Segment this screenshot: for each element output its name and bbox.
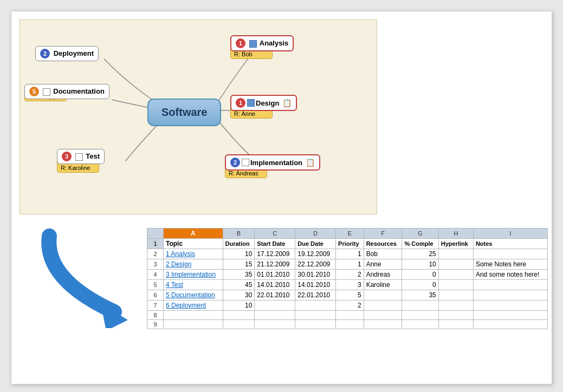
- table-row: 6 5 Documentation 30 22.01.2010 22.01.20…: [147, 290, 548, 300]
- cell-hyperlink-header: Hyperlink: [438, 239, 473, 249]
- task-icon-analysis: [249, 40, 257, 48]
- node-documentation-label: Documentation: [53, 87, 105, 95]
- cell-notes-3: Some Notes here: [473, 259, 547, 270]
- badge-test: 3: [62, 152, 72, 161]
- node-documentation[interactable]: 5 Documentation: [24, 84, 109, 99]
- col-header-corner: [147, 228, 164, 239]
- cell-resources-3: Anne: [364, 259, 402, 270]
- arrow-container: [28, 225, 147, 328]
- cell-d-8: [295, 311, 336, 320]
- node-software[interactable]: Software: [147, 99, 221, 126]
- cell-duration-header: Duration: [223, 239, 255, 249]
- cell-startdate-6: 22.01.2010: [255, 290, 295, 300]
- cell-c-8: [255, 311, 295, 320]
- table-row: 2 1 Analysis 10 17.12.2009 19.12.2009 1 …: [147, 249, 548, 259]
- cell-duedate-6: 22.01.2010: [295, 290, 336, 300]
- node-implementation-wrapper: 2 Implementation 📋 01.01 : 30.0135 hour(…: [225, 154, 267, 178]
- cell-notes-header: Notes: [473, 239, 547, 249]
- node-software-label: Software: [161, 106, 207, 118]
- cell-duration-5: 45: [223, 280, 255, 290]
- cell-startdate-7: [255, 300, 295, 311]
- node-design[interactable]: 1 Design 📋: [230, 95, 297, 111]
- node-deployment[interactable]: 2 Deployment: [35, 46, 99, 61]
- node-deployment-label: Deployment: [54, 49, 94, 57]
- node-test[interactable]: 3 Test: [57, 149, 105, 164]
- cell-duration-6: 30: [223, 290, 255, 300]
- cell-pct-5: 0: [402, 280, 438, 290]
- cell-hyperlink-4: [438, 270, 473, 280]
- cell-duedate-7: [295, 300, 336, 311]
- cell-startdate-3: 21.12.2009: [255, 259, 295, 270]
- node-test-label: Test: [86, 152, 100, 160]
- col-header-g: G: [402, 228, 438, 239]
- cell-g-9: [402, 320, 438, 329]
- cell-duration-3: 15: [223, 259, 255, 270]
- spreadsheet-table: A B C D E F G H I 1 Topic Duration Star: [147, 228, 548, 329]
- cell-topic-3[interactable]: 2 Design: [164, 259, 223, 270]
- cell-startdate-5: 14.01.2010: [255, 280, 295, 290]
- cell-g-8: [402, 311, 438, 320]
- node-design-label: Design: [256, 99, 279, 107]
- col-header-e: E: [336, 228, 364, 239]
- cell-topic-8: [164, 311, 223, 320]
- col-header-i: I: [473, 228, 547, 239]
- cell-f-8: [364, 311, 402, 320]
- node-analysis-wrapper: 1 Analysis 17.12 : 19.1210 hour(s)R: Bob: [230, 35, 273, 59]
- cell-duration-4: 35: [223, 270, 255, 280]
- cell-pct-2: 25: [402, 249, 438, 259]
- cell-notes-2: [473, 249, 547, 259]
- cell-pct-7: [402, 300, 438, 311]
- cell-hyperlink-7: [438, 300, 473, 311]
- cell-topic-6[interactable]: 5 Documentation: [164, 290, 223, 300]
- task-icon-test: [75, 153, 83, 161]
- cell-resources-header: Resources: [364, 239, 402, 249]
- mindmap-area: Software 2 Deployment 10 hour(s) 5 Docum…: [20, 19, 377, 214]
- table-row: 5 4 Test 45 14.01.2010 14.01.2010 3 Karo…: [147, 280, 548, 290]
- spreadsheet-container: A B C D E F G H I 1 Topic Duration Star: [147, 228, 548, 329]
- node-deployment-wrapper: 2 Deployment 10 hour(s): [35, 46, 70, 57]
- cell-duedate-header: Due Date: [295, 239, 336, 249]
- table-row: 4 3 Implementation 35 01.01.2010 30.01.2…: [147, 270, 548, 280]
- cell-priority-6: 5: [336, 290, 364, 300]
- table-row: 9: [147, 320, 548, 329]
- row-num-1: 1: [147, 239, 164, 249]
- cell-priority-2: 1: [336, 249, 364, 259]
- col-header-a: A: [164, 228, 223, 239]
- cell-d-9: [295, 320, 336, 329]
- cell-pct-3: 10: [402, 259, 438, 270]
- cell-topic-2[interactable]: 1 Analysis: [164, 249, 223, 259]
- col-header-c: C: [255, 228, 295, 239]
- node-design-wrapper: 1 Design 📋 21.12 : 22.1215 hour(s)R: Ann…: [230, 95, 273, 119]
- cell-duedate-2: 19.12.2009: [295, 249, 336, 259]
- cell-notes-7: [473, 300, 547, 311]
- cell-c-9: [255, 320, 295, 329]
- row-num-5: 5: [147, 280, 164, 290]
- cell-pct-header: % Comple: [402, 239, 438, 249]
- table-row: 7 6 Deployment 10 2: [147, 300, 548, 311]
- cell-startdate-2: 17.12.2009: [255, 249, 295, 259]
- cell-topic-7[interactable]: 6 Deployment: [164, 300, 223, 311]
- node-implementation[interactable]: 2 Implementation 📋: [225, 154, 320, 171]
- cell-notes-5: [473, 280, 547, 290]
- cell-pct-4: 0: [402, 270, 438, 280]
- cell-duedate-4: 30.01.2010: [295, 270, 336, 280]
- col-header-d: D: [295, 228, 336, 239]
- cell-e-8: [336, 311, 364, 320]
- badge-implementation: 2: [230, 158, 240, 167]
- cell-hyperlink-2: [438, 249, 473, 259]
- cell-priority-7: 2: [336, 300, 364, 311]
- cell-topic-5[interactable]: 4 Test: [164, 280, 223, 290]
- badge-analysis: 1: [236, 38, 245, 48]
- cell-b-9: [223, 320, 255, 329]
- node-implementation-label: Implementation: [250, 159, 302, 167]
- task-icon-documentation: [43, 88, 50, 96]
- cell-b-8: [223, 311, 255, 320]
- col-header-h: H: [438, 228, 473, 239]
- cell-topic-4[interactable]: 3 Implementation: [164, 270, 223, 280]
- table-row-header: 1 Topic Duration Start Date Due Date Pri…: [147, 239, 548, 249]
- row-num-8: 8: [147, 311, 164, 320]
- node-analysis[interactable]: 1 Analysis: [230, 35, 294, 51]
- badge-documentation: 5: [29, 87, 39, 96]
- cell-duedate-3: 22.12.2009: [295, 259, 336, 270]
- note-icon-design: 📋: [282, 99, 292, 107]
